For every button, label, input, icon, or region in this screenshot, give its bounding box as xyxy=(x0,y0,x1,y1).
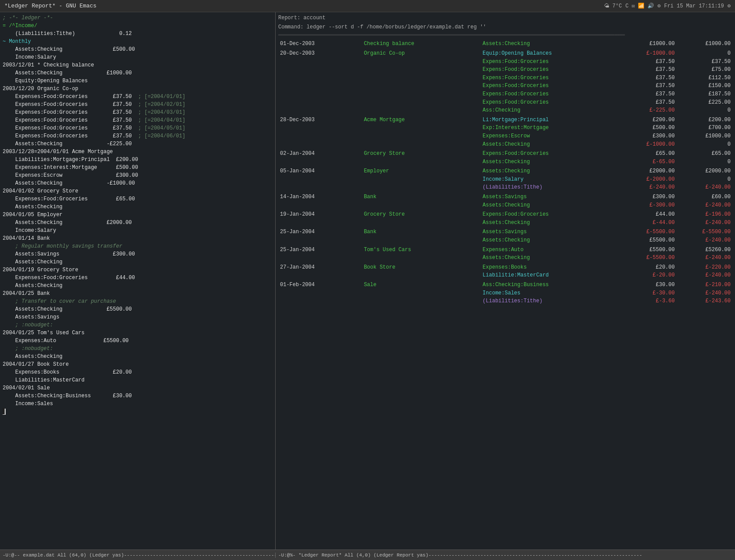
transaction-running-total: £225.00 xyxy=(676,98,732,107)
transaction-date xyxy=(278,140,362,149)
transaction-account: Expens:Food:Groceries xyxy=(481,150,620,158)
table-row: Assets:Checking£-5500.00£-240.00 xyxy=(278,254,732,262)
transaction-payee: Book Store xyxy=(362,263,481,272)
transaction-amount: £37.50 xyxy=(620,82,676,90)
transaction-running-total: £-220.00 xyxy=(676,263,732,272)
transaction-account: (Liabilities:Tithe) xyxy=(481,183,620,192)
transaction-running-total: £200.00 xyxy=(676,116,732,124)
source-line: Assets:Checking xyxy=(3,203,273,211)
table-row: 25-Jan-2004Tom's Used CarsExpenses:Auto£… xyxy=(278,246,732,254)
report-command: Command: ledger --sort d -f /home/borbus… xyxy=(278,23,732,32)
transaction-date: 25-Jan-2004 xyxy=(278,228,362,236)
transaction-payee xyxy=(362,201,481,210)
table-row: 19-Jan-2004Grocery StoreExpens:Food:Groc… xyxy=(278,210,732,219)
source-line: 2004/02/01 Sale xyxy=(3,384,273,392)
source-line: Expenses:Food:Groceries £37.50 ; [=2004/… xyxy=(3,116,273,124)
source-line: 2004/01/14 Bank xyxy=(3,234,273,242)
transaction-payee: Tom's Used Cars xyxy=(362,246,481,254)
source-line: Assets:Savings £300.00 xyxy=(3,250,273,258)
transaction-date xyxy=(278,254,362,262)
left-editor-pane[interactable]: ; -*- ledger -*-= /^Income/ (Liabilities… xyxy=(0,12,276,550)
source-line: Assets:Checking £2000.00 xyxy=(3,219,273,227)
transaction-amount: £200.00 xyxy=(620,116,676,124)
transaction-running-total: £-243.60 xyxy=(676,297,732,305)
transaction-spacer xyxy=(278,305,732,307)
transaction-date xyxy=(278,219,362,227)
transaction-payee xyxy=(362,106,481,115)
transaction-running-total: £75.00 xyxy=(676,66,732,74)
transaction-date xyxy=(278,289,362,298)
transaction-date: 01-Feb-2004 xyxy=(278,281,362,289)
system-info: 🌤 7°C C ✉ 📶 🔊 ⚙ Fri 15 Mar 17:11:19 ⚙ xyxy=(604,3,731,9)
source-line: Liabilities:Mortgage:Principal £200.00 xyxy=(3,156,273,164)
transaction-amount: £-5500.00 xyxy=(620,228,676,236)
source-line: Assets:Checking -£225.00 xyxy=(3,140,273,148)
table-row: Assets:Checking£5500.00£-240.00 xyxy=(278,236,732,245)
transaction-running-total: 0 xyxy=(676,158,732,166)
source-line: ~ Monthly xyxy=(3,38,273,46)
transaction-payee xyxy=(362,132,481,140)
settings-icon[interactable]: ⚙ xyxy=(728,3,731,9)
table-row: Income:Sales£-30.00£-240.00 xyxy=(278,289,732,298)
transaction-running-total: £-240.00 xyxy=(676,254,732,262)
transaction-account: Expens:Food:Groceries xyxy=(481,58,620,66)
transaction-payee: Grocery Store xyxy=(362,150,481,158)
source-line: Expenses:Escrow £300.00 xyxy=(3,172,273,179)
transaction-account: Income:Sales xyxy=(481,289,620,298)
report-header: Report: account Command: ledger --sort d… xyxy=(278,14,732,38)
transaction-date xyxy=(278,158,362,166)
table-row: 20-Dec-2003Organic Co-opEquip:Opening Ba… xyxy=(278,49,732,58)
transaction-payee xyxy=(362,219,481,227)
table-row: Ass:Checking£-225.000 xyxy=(278,106,732,115)
source-line: 2004/01/25 Tom's Used Cars xyxy=(3,329,273,337)
transaction-payee: Checking balance xyxy=(362,40,481,48)
source-line: 2004/01/27 Book Store xyxy=(3,360,273,368)
transaction-payee xyxy=(362,289,481,298)
report-title: Report: account xyxy=(278,14,732,22)
transaction-date: 27-Jan-2004 xyxy=(278,263,362,272)
report-separator: ════════════════════════════════════════… xyxy=(278,32,732,38)
transaction-amount: £37.50 xyxy=(620,98,676,107)
transaction-running-total: £187.50 xyxy=(676,90,732,98)
status-left: -U:@-- example.dat All (64,0) (Ledger ya… xyxy=(0,553,276,558)
transaction-amount: £44.00 xyxy=(620,210,676,219)
transaction-running-total: £2000.00 xyxy=(676,167,732,175)
transaction-amount: £5500.00 xyxy=(620,246,676,254)
transaction-running-total: £-240.00 xyxy=(676,271,732,280)
transaction-payee: Bank xyxy=(362,228,481,236)
ledger-source: ; -*- ledger -*-= /^Income/ (Liabilities… xyxy=(3,14,273,416)
table-row: 05-Jan-2004EmployerAssets:Checking£2000.… xyxy=(278,167,732,175)
source-line: Expenses:Books £20.00 xyxy=(3,368,273,376)
source-line: Expenses:Auto £5500.00 xyxy=(3,337,273,345)
transaction-payee: Employer xyxy=(362,167,481,175)
table-row: Expenses:Escrow£300.00£1000.00 xyxy=(278,132,732,140)
transaction-payee xyxy=(362,58,481,66)
transaction-running-total: £150.00 xyxy=(676,82,732,90)
table-row: Expens:Food:Groceries£37.50£150.00 xyxy=(278,82,732,90)
transaction-account: Exp:Interest:Mortgage xyxy=(481,124,620,132)
transaction-date xyxy=(278,236,362,245)
transaction-running-total: £5260.00 xyxy=(676,246,732,254)
transaction-payee xyxy=(362,90,481,98)
source-line: Assets:Checking xyxy=(3,353,273,360)
transaction-payee xyxy=(362,254,481,262)
source-line: ; :nobudget: xyxy=(3,345,273,353)
transaction-running-total: £1000.00 xyxy=(676,132,732,140)
transaction-running-total: £-240.00 xyxy=(676,236,732,245)
datetime: Fri 15 Mar 17:11:19 xyxy=(664,3,724,9)
table-row: 14-Jan-2004BankAssets:Savings£300.00£60.… xyxy=(278,193,732,201)
table-row: (Liabilities:Tithe)£-3.60£-243.60 xyxy=(278,297,732,305)
source-line: Equity:Opening Balances xyxy=(3,77,273,85)
transaction-date xyxy=(278,297,362,305)
transaction-date xyxy=(278,58,362,66)
transaction-payee xyxy=(362,98,481,107)
transaction-date: 14-Jan-2004 xyxy=(278,193,362,201)
transaction-running-total: 0 xyxy=(676,175,732,184)
transaction-running-total: £60.00 xyxy=(676,193,732,201)
right-report-pane[interactable]: Report: account Command: ledger --sort d… xyxy=(276,12,735,550)
transaction-amount: £37.50 xyxy=(620,74,676,82)
source-line: (Liabilities:Tithe) 0.12 xyxy=(3,30,273,38)
transaction-account: Expenses:Books xyxy=(481,263,620,272)
status-bar: -U:@-- example.dat All (64,0) (Ledger ya… xyxy=(0,550,735,560)
transaction-running-total: £700.00 xyxy=(676,124,732,132)
